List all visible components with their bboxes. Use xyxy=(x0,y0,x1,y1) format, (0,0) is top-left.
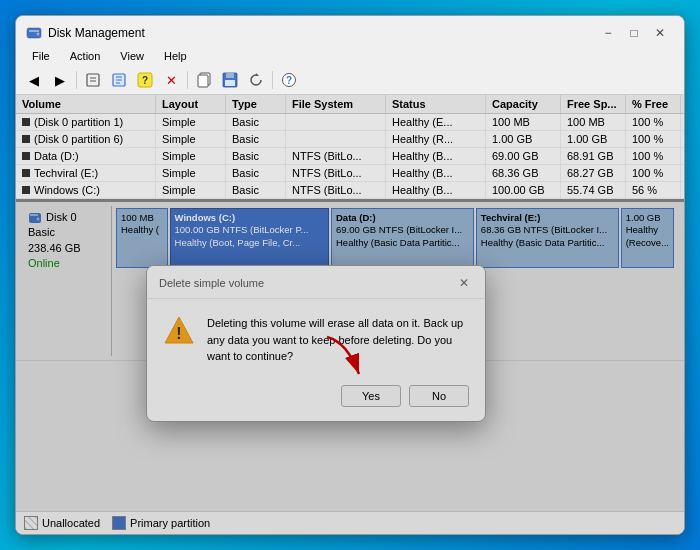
menu-view[interactable]: View xyxy=(112,48,152,64)
refresh-button[interactable] xyxy=(244,69,268,91)
menu-action[interactable]: Action xyxy=(62,48,109,64)
window-title: Disk Management xyxy=(48,26,145,40)
help2-button[interactable]: ? xyxy=(277,69,301,91)
toolbar-separator-2 xyxy=(187,71,188,89)
svg-rect-1 xyxy=(29,30,39,32)
title-bar-left: Disk Management xyxy=(26,25,145,41)
window-body: Volume Layout Type File System Status Ca… xyxy=(16,95,684,534)
svg-rect-13 xyxy=(198,75,208,87)
delete-button[interactable]: ✕ xyxy=(159,69,183,91)
title-buttons: − □ ✕ xyxy=(596,24,672,42)
svg-text:?: ? xyxy=(286,75,292,86)
title-bar: Disk Management − □ ✕ xyxy=(16,16,684,46)
menu-bar: File Action View Help xyxy=(16,46,684,66)
svg-rect-3 xyxy=(87,74,99,86)
help-button[interactable]: ? xyxy=(133,69,157,91)
main-window: Disk Management − □ ✕ File Action View H… xyxy=(15,15,685,535)
svg-marker-17 xyxy=(256,73,259,76)
forward-button[interactable]: ▶ xyxy=(48,69,72,91)
maximize-button[interactable]: □ xyxy=(622,24,646,42)
toolbar-separator-1 xyxy=(76,71,77,89)
minimize-button[interactable]: − xyxy=(596,24,620,42)
toolbar: ◀ ▶ ? ✕ ? xyxy=(16,66,684,95)
dialog-overlay xyxy=(16,95,684,534)
save-button[interactable] xyxy=(218,69,242,91)
menu-help[interactable]: Help xyxy=(156,48,195,64)
app-icon xyxy=(26,25,42,41)
svg-rect-15 xyxy=(226,73,234,78)
svg-rect-16 xyxy=(225,80,235,86)
close-button[interactable]: ✕ xyxy=(648,24,672,42)
back-button[interactable]: ◀ xyxy=(22,69,46,91)
svg-point-2 xyxy=(37,33,40,36)
menu-file[interactable]: File xyxy=(24,48,58,64)
svg-text:?: ? xyxy=(142,75,148,86)
toolbar-separator-3 xyxy=(272,71,273,89)
properties-button[interactable] xyxy=(81,69,105,91)
copy-button[interactable] xyxy=(192,69,216,91)
format-button[interactable] xyxy=(107,69,131,91)
